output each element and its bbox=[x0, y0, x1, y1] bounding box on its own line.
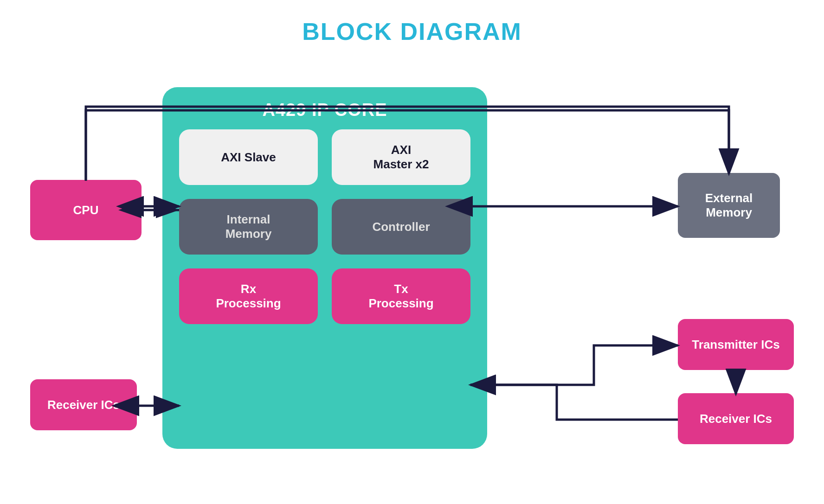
tx-processing-box: TxProcessing bbox=[332, 268, 470, 324]
receiver-ics-right-box: Receiver ICs bbox=[678, 393, 794, 444]
receiver-ics-left-box: Receiver ICs bbox=[30, 379, 137, 430]
recv-ic-left-label: Receiver ICs bbox=[47, 398, 120, 412]
page-title: BLOCK DIAGRAM bbox=[0, 0, 824, 45]
recv-ic-right-label: Receiver ICs bbox=[700, 412, 772, 426]
ext-mem-label: External Memory bbox=[705, 191, 753, 220]
rx-processing-box: RxProcessing bbox=[179, 268, 318, 324]
trans-ic-label: Transmitter ICs bbox=[692, 338, 779, 352]
external-memory-box: External Memory bbox=[678, 173, 780, 238]
cpu-box: CPU bbox=[30, 180, 142, 240]
ip-core-grid: AXI Slave AXIMaster x2 InternalMemory Co… bbox=[162, 129, 487, 324]
controller-box: Controller bbox=[332, 199, 470, 255]
axi-slave-box: AXI Slave bbox=[179, 129, 318, 185]
ip-core-box: A429 IP CORE AXI Slave AXIMaster x2 Inte… bbox=[162, 87, 487, 449]
cpu-label: CPU bbox=[73, 203, 99, 217]
axi-master-box: AXIMaster x2 bbox=[332, 129, 470, 185]
diagram: A429 IP CORE AXI Slave AXIMaster x2 Inte… bbox=[0, 50, 824, 504]
internal-memory-box: InternalMemory bbox=[179, 199, 318, 255]
transmitter-ics-box: Transmitter ICs bbox=[678, 319, 794, 370]
ip-core-title: A429 IP CORE bbox=[263, 100, 387, 120]
